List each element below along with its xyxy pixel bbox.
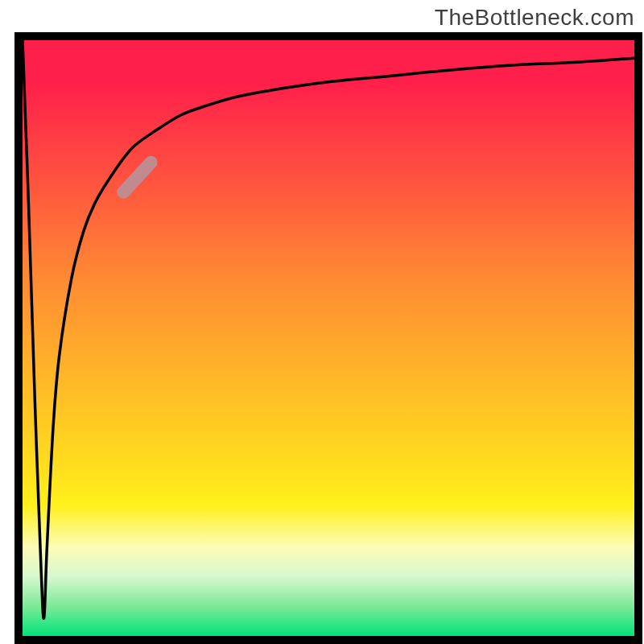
curve-layer	[23, 40, 634, 636]
bottleneck-curve	[23, 40, 634, 618]
highlight-segment	[123, 163, 151, 192]
attribution-text: TheBottleneck.com	[435, 5, 634, 31]
chart-stage: TheBottleneck.com	[0, 0, 644, 644]
plot-frame	[14, 32, 642, 644]
